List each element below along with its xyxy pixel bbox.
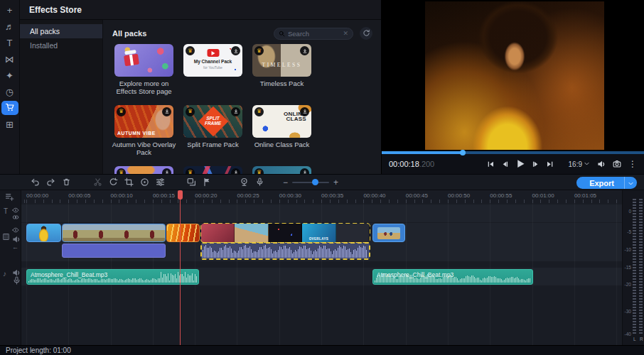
refresh-button[interactable]	[360, 27, 372, 40]
playhead-line	[180, 190, 181, 345]
pack-cell: AUTUMN VIBE♛Autumn Vibe Overlay Pack	[109, 105, 178, 157]
video-clip-2[interactable]	[62, 224, 166, 242]
clip-thumbnail	[336, 224, 370, 242]
pack-card-letsplay[interactable]: Let's Play♛	[183, 166, 242, 174]
more-menu-icon[interactable]: ⋮	[628, 159, 637, 169]
download-icon[interactable]	[162, 107, 171, 116]
video-clip-5[interactable]	[372, 224, 405, 242]
rail-effects-tool[interactable]: ✦	[1, 68, 18, 82]
clip-properties-icon[interactable]	[152, 176, 168, 189]
cut-icon[interactable]	[90, 176, 105, 189]
title-track-visibility-icon[interactable]	[12, 207, 19, 213]
zoom-in-icon[interactable]: +	[333, 178, 338, 187]
track-headers: T←♪	[0, 190, 21, 345]
video-editor-window: +♬T⋈✦◷⊞ Effects Store All packsInstalled…	[0, 0, 644, 355]
next-frame-icon[interactable]	[532, 160, 540, 168]
pack-card-online[interactable]: ONLINE CLASS♛	[252, 105, 311, 138]
audio-clip-2[interactable]: Atmosphere_Chill_Beat.mp3	[372, 269, 533, 285]
download-icon[interactable]	[231, 168, 240, 174]
redo-icon[interactable]	[43, 176, 58, 189]
rail-more-tools[interactable]: ⊞	[1, 117, 18, 131]
pack-card-fluffy[interactable]: FLUFFY BLOG♛	[114, 166, 173, 174]
pack-cell: SPLIT FRAME♛Split Frame Pack	[178, 105, 247, 157]
overlay-icon[interactable]	[183, 176, 199, 189]
video-track-mute-icon[interactable]	[12, 235, 21, 244]
zoom-slider[interactable]	[292, 182, 329, 183]
video-track-back-icon[interactable]: ←	[12, 244, 18, 251]
crop-icon[interactable]	[121, 176, 136, 189]
pack-card-gift[interactable]	[114, 44, 173, 77]
volume-icon[interactable]	[597, 160, 606, 168]
record-audio-icon[interactable]	[252, 176, 267, 189]
playhead-handle[interactable]	[178, 190, 183, 200]
undo-icon[interactable]	[27, 176, 43, 189]
skip-start-icon[interactable]	[487, 160, 495, 168]
audio-track-record-icon[interactable]	[12, 276, 21, 285]
marker-icon[interactable]	[199, 176, 215, 189]
download-icon[interactable]	[300, 168, 309, 174]
premium-crown-icon: ♛	[186, 46, 195, 55]
download-icon[interactable]	[300, 46, 309, 55]
play-icon[interactable]	[515, 159, 525, 169]
store-nav-all-packs[interactable]: All packs	[20, 24, 102, 38]
download-icon[interactable]	[162, 168, 171, 174]
download-icon[interactable]	[300, 107, 309, 116]
pack-label	[179, 80, 247, 80]
timeline-ruler[interactable]: 00:00:0000:00:0500:00:1000:00:1500:00:20…	[21, 190, 622, 203]
seek-handle[interactable]	[460, 150, 466, 155]
clear-search-icon[interactable]: ✕	[343, 30, 348, 37]
ruler-label: 00:00:50	[448, 192, 470, 199]
rail-effects-store-tool[interactable]	[1, 101, 18, 115]
ruler-label: 00:00:40	[363, 192, 385, 199]
transport-controls	[473, 159, 569, 169]
pack-card-timeless[interactable]: TIMELESS♛	[252, 44, 311, 77]
video-track-visibility-icon[interactable]	[12, 227, 19, 233]
rail-add-media[interactable]: +	[1, 3, 18, 17]
pack-overlay-title: AUTUMN VIBE	[117, 131, 156, 136]
title-track-link-icon[interactable]	[12, 214, 19, 220]
video-clip-3[interactable]	[166, 224, 200, 242]
video-clip-4[interactable]: OVERLAYS	[201, 224, 370, 242]
zoom-slider-knob[interactable]	[312, 179, 318, 185]
audio-clip-1[interactable]: Atmosphere_Chill_Beat.mp3	[26, 269, 199, 285]
rail-transitions-tool[interactable]: ⋈	[1, 52, 18, 66]
store-nav-installed[interactable]: Installed	[20, 38, 102, 53]
rail-audio-tool[interactable]: ♬	[1, 19, 18, 33]
export-button[interactable]: Export	[576, 177, 637, 189]
rail-history-tool[interactable]: ◷	[1, 84, 18, 99]
premium-crown-icon: ♛	[117, 168, 126, 174]
aspect-ratio-dropdown[interactable]: 16:9	[569, 160, 590, 168]
ruler-label: 00:00:35	[321, 192, 343, 199]
pack-card-collage[interactable]: ♛	[252, 166, 311, 174]
search-box[interactable]: ✕	[274, 28, 353, 40]
zoom-out-icon[interactable]: −	[283, 178, 288, 187]
video-track-icon	[2, 233, 10, 241]
linked-audio-block[interactable]	[62, 244, 166, 258]
snapshot-icon[interactable]	[613, 160, 621, 168]
download-icon[interactable]	[231, 46, 240, 55]
pack-card-youtube[interactable]: My Channel Packfor YouTube♛	[183, 44, 242, 77]
prev-frame-icon[interactable]	[501, 160, 509, 168]
meter-scale-label: -5	[627, 229, 631, 234]
download-icon[interactable]	[231, 107, 240, 116]
seek-bar[interactable]	[382, 151, 644, 154]
thumbnail-caption: OVERLAYS	[302, 237, 335, 241]
video-preview-area	[382, 0, 644, 151]
pack-card-split[interactable]: SPLIT FRAME♛	[183, 105, 242, 138]
export-options-chevron[interactable]	[624, 177, 637, 189]
chevron-down-icon	[584, 160, 590, 168]
rotate-icon[interactable]	[105, 176, 121, 189]
add-track-icon[interactable]	[5, 192, 14, 202]
rail-titles-tool[interactable]: T	[1, 36, 18, 50]
delete-icon[interactable]	[58, 176, 74, 189]
linked-audio-waveform-block[interactable]	[201, 243, 370, 259]
record-video-icon[interactable]	[236, 176, 252, 189]
pack-card-autumn[interactable]: AUTUMN VIBE♛	[114, 105, 173, 138]
skip-end-icon[interactable]	[546, 160, 554, 168]
refresh-icon	[363, 27, 370, 40]
search-input[interactable]	[288, 30, 340, 38]
gift-icon	[124, 53, 139, 66]
video-clip-1[interactable]	[26, 224, 61, 242]
effects-store-tool-icon	[5, 102, 15, 114]
color-adjust-icon[interactable]	[136, 176, 152, 189]
